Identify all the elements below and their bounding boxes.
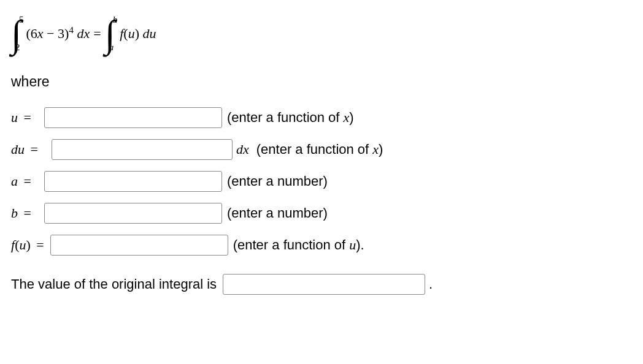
final-label: The value of the original integral is	[11, 276, 217, 292]
input-fu[interactable]	[50, 235, 228, 256]
input-final[interactable]	[223, 274, 425, 295]
hint-fu: (enter a function of u).	[233, 237, 364, 253]
where-label: where	[11, 74, 631, 90]
final-period: .	[429, 276, 433, 292]
integral-2-upper: b	[113, 15, 118, 25]
integral-left: ∫ 5 2 (6x − 3)4 dx	[11, 15, 90, 53]
integral-1-limits: 5 2	[19, 16, 24, 51]
label-fu: f(u) =	[11, 237, 44, 253]
label-u: u =	[11, 110, 38, 126]
row-du: du = dx (enter a function of x)	[11, 139, 631, 160]
row-final: The value of the original integral is .	[11, 274, 631, 295]
equals-sign: =	[93, 26, 101, 42]
input-b[interactable]	[44, 203, 222, 224]
row-u: u = (enter a function of x)	[11, 107, 631, 128]
label-b: b =	[11, 205, 38, 221]
integral-equation: ∫ 5 2 (6x − 3)4 dx = ∫ b a f(u) du	[11, 12, 631, 55]
input-a[interactable]	[44, 171, 222, 192]
hint-u: (enter a function of x)	[227, 110, 354, 126]
label-du: du =	[11, 142, 45, 157]
integral-2-lower: a	[109, 42, 114, 53]
integral-2-limits: b a	[113, 16, 118, 51]
hint-du: (enter a function of x)	[256, 142, 383, 157]
hint-a: (enter a number)	[227, 173, 328, 189]
integral-right: ∫ b a f(u) du	[105, 15, 156, 53]
input-u[interactable]	[44, 107, 222, 128]
integral-1-upper: 5	[19, 15, 24, 25]
row-a: a = (enter a number)	[11, 171, 631, 192]
input-du[interactable]	[52, 139, 233, 160]
row-fu: f(u) = (enter a function of u).	[11, 235, 631, 256]
label-a: a =	[11, 173, 38, 189]
row-b: b = (enter a number)	[11, 203, 631, 224]
integrand-1: (6x − 3)4 dx	[26, 26, 90, 42]
dx-label: dx	[236, 142, 249, 157]
integral-1-lower: 2	[15, 42, 20, 53]
hint-b: (enter a number)	[227, 205, 328, 221]
integrand-2: f(u) du	[120, 26, 156, 42]
